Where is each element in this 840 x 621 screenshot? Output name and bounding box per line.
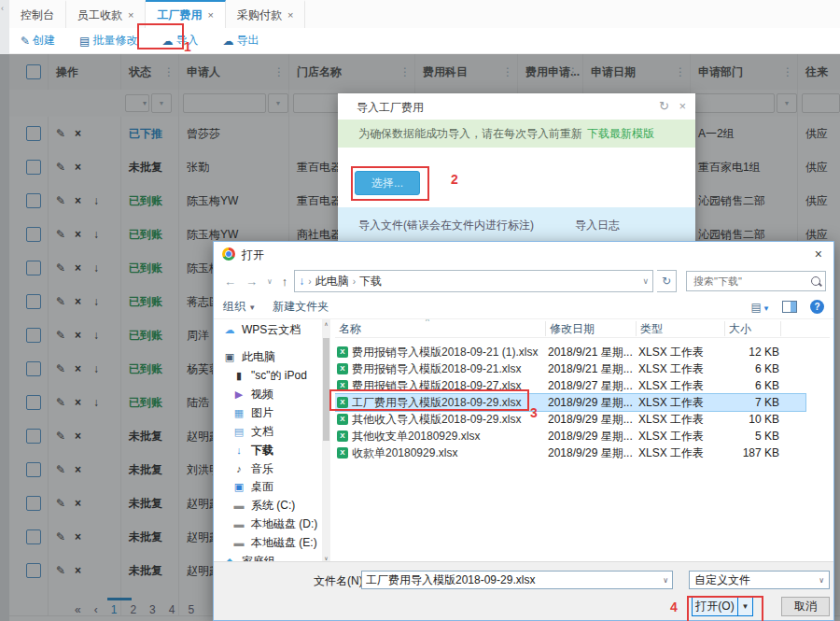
breadcrumb-this-pc[interactable]: 此电脑 (315, 274, 349, 289)
downloads-folder-icon: ↓ (299, 275, 304, 288)
music-icon: ♪ (232, 463, 245, 474)
col-header-size[interactable]: 大小 (725, 321, 781, 336)
file-row[interactable]: X费用报销导入模版2018-09-21 (1).xlsx 2018/9/21 星… (335, 344, 805, 360)
sidebar-item-pictures[interactable]: ▦图片 (232, 404, 273, 421)
sidebar-item-documents[interactable]: ▤文档 (232, 423, 273, 440)
history-chevron-icon[interactable]: ∨ (264, 277, 275, 286)
annotation-label-1: 1 (184, 39, 191, 54)
col-header-date[interactable]: 修改日期 (546, 321, 637, 336)
sidebar-item-drive-c[interactable]: ▬系统 (C:) (232, 497, 295, 514)
close-icon[interactable]: × (679, 99, 686, 113)
refresh-icon[interactable] (659, 99, 669, 113)
filetype-select[interactable]: 自定义文件∨ (689, 571, 830, 589)
batch-edit-button[interactable]: 批量修改 (79, 33, 137, 49)
sidebar-item-videos[interactable]: ▶视频 (232, 386, 273, 402)
view-options-icon[interactable]: ▤ ▼ (750, 301, 769, 314)
filename-label: 文件名(N): (314, 573, 366, 589)
tab-label: 控制台 (21, 2, 54, 28)
import-dialog-header: 导入工厂费用 × (338, 93, 695, 120)
tab-label: 员工收款 (77, 2, 122, 28)
tab-employee-receipts[interactable]: 员工收款× (66, 0, 146, 28)
sidebar-scrollbar[interactable]: ∧∨ (322, 319, 330, 562)
cancel-button[interactable]: 取消 (781, 597, 830, 616)
filename-combobox[interactable]: ∨ (361, 571, 673, 589)
create-button[interactable]: 创建 (21, 33, 55, 49)
excel-file-icon: X (337, 414, 348, 425)
export-button[interactable]: 导出 (222, 33, 259, 49)
new-folder-button[interactable]: 新建文件夹 (273, 299, 329, 315)
dialog-titlebar[interactable]: 打开 × (214, 242, 833, 267)
tab-console[interactable]: 控制台 (9, 0, 66, 28)
filename-input[interactable] (362, 573, 663, 586)
annotation-label-3: 3 (530, 405, 538, 420)
sidebar-item-downloads[interactable]: ↓下载 (232, 442, 273, 459)
close-icon[interactable]: × (128, 2, 133, 28)
download-template-link[interactable]: 下载最新模版 (587, 126, 654, 142)
device-icon: ▮ (232, 370, 245, 382)
chrome-icon (222, 247, 235, 261)
annotation-box-1 (137, 23, 184, 49)
breadcrumb-downloads[interactable]: 下载 (359, 274, 382, 289)
dialog-title: 导入工厂费用 (357, 100, 424, 116)
tab-purchase-payment[interactable]: 采购付款× (226, 0, 305, 28)
address-bar[interactable]: ↓ › 此电脑 › 下载 ∨ (294, 270, 653, 292)
sidebar-item-desktop[interactable]: ▣桌面 (232, 478, 273, 495)
annotation-label-4: 4 (670, 600, 678, 614)
sidebar-item-ipod[interactable]: ▮"sc"的 iPod (232, 367, 307, 384)
up-icon[interactable]: ↑ (279, 275, 291, 289)
sidebar-item-this-pc[interactable]: ▣此电脑 (223, 348, 275, 365)
close-icon[interactable]: × (287, 2, 293, 28)
sidebar-item-music[interactable]: ♪音乐 (232, 460, 273, 477)
chevron-down-icon[interactable]: ∨ (663, 576, 672, 585)
list-icon (79, 35, 90, 48)
tab-bar: 控制台 员工收款× 工厂费用× 采购付款× (9, 0, 840, 29)
cloud-icon: ☁ (223, 324, 236, 336)
col-header-type[interactable]: 类型 (637, 321, 725, 336)
file-row[interactable]: X其他收支单20180929.xlsx 2018/9/29 星期...XLSX … (335, 428, 805, 445)
file-list: ∧ 名称 修改日期 类型 大小 X费用报销导入模版2018-09-21 (1).… (335, 319, 830, 562)
download-icon: ↓ (232, 445, 245, 456)
sidebar-item-drive-d[interactable]: ▬本地磁盘 (D:) (232, 515, 317, 532)
address-chevron-icon[interactable]: ∨ (642, 276, 649, 286)
picture-icon: ▦ (232, 407, 245, 419)
dialog-toolbar: 组织 ▼ 新建文件夹 ▤ ▼ ? (214, 295, 833, 319)
drive-icon: ▬ (232, 537, 245, 548)
cloud-download-icon (222, 35, 233, 48)
preview-pane-icon[interactable] (782, 301, 797, 313)
forward-icon[interactable]: → (243, 275, 260, 289)
refresh-icon[interactable] (657, 270, 677, 292)
back-icon[interactable]: ← (221, 275, 239, 289)
chevron-left-icon: ‹ (1, 4, 4, 13)
excel-file-icon: X (337, 363, 348, 374)
close-icon[interactable]: × (207, 2, 213, 28)
import-notice: 为确保数据能成功导入，请在每次导入前重新 下载最新模版 (338, 120, 695, 148)
search-icon (811, 276, 820, 286)
search-input[interactable] (692, 275, 807, 288)
chevron-down-icon: ∨ (819, 576, 824, 585)
organize-menu[interactable]: 组织 ▼ (223, 299, 256, 315)
close-icon[interactable]: × (815, 247, 822, 261)
places-sidebar: ☁WPS云文档 ▣此电脑 ▮"sc"的 iPod ▶视频 ▦图片 ▤文档 ↓下载… (219, 319, 322, 562)
document-icon: ▤ (232, 426, 245, 438)
sidebar-item-wps-cloud[interactable]: ☁WPS云文档 (223, 321, 301, 338)
excel-file-icon: X (337, 447, 348, 459)
video-icon: ▶ (232, 388, 245, 401)
dialog-title: 打开 (242, 247, 264, 263)
file-open-dialog: 打开 × ← → ∨ ↑ ↓ › 此电脑 › 下载 ∨ 组织 ▼ 新建文件夹 ▤… (213, 241, 834, 621)
help-icon[interactable]: ? (810, 300, 824, 314)
tab-label: 采购付款 (237, 2, 282, 28)
excel-file-icon: X (337, 430, 348, 442)
file-row[interactable]: X费用报销导入模版2018-09-21.xlsx 2018/9/21 星期...… (335, 360, 805, 377)
sidebar-item-drive-e[interactable]: ▬本地磁盘 (E:) (232, 534, 317, 551)
col-header-name[interactable]: 名称 (335, 321, 546, 336)
navigation-bar: ← → ∨ ↑ ↓ › 此电脑 › 下载 ∨ (214, 267, 833, 295)
file-row[interactable]: X收款单20180929.xlsx 2018/9/29 星期...XLSX 工作… (335, 445, 805, 461)
file-row[interactable]: X其他收入导入模版2018-09-29.xlsx 2018/9/29 星期...… (335, 411, 805, 428)
drive-icon: ▬ (232, 500, 245, 511)
drive-icon: ▬ (232, 518, 245, 529)
desktop-icon: ▣ (232, 481, 245, 493)
annotation-label-2: 2 (451, 172, 458, 187)
file-list-header: ∧ 名称 修改日期 类型 大小 (335, 319, 830, 338)
search-box[interactable] (686, 271, 826, 291)
excel-file-icon: X (337, 346, 348, 358)
